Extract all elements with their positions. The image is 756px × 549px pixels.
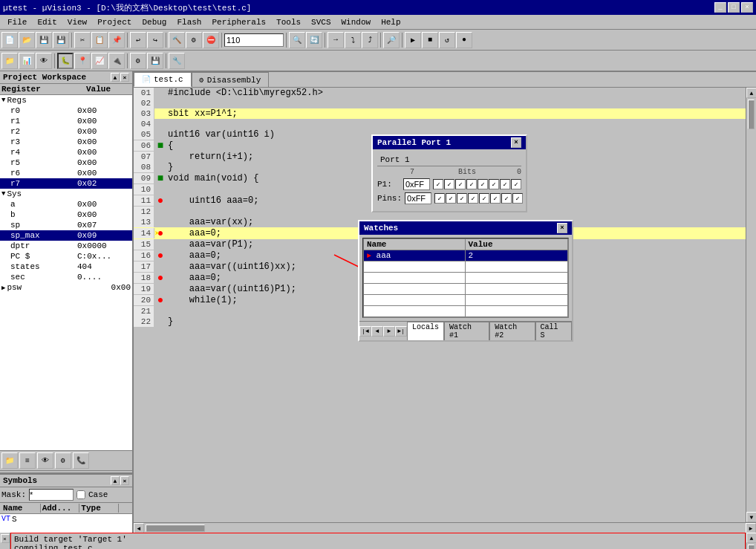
menu-edit[interactable]: Edit <box>33 17 61 27</box>
step-into-button[interactable]: → <box>328 32 344 48</box>
stop-build-button[interactable]: ⛔ <box>203 32 219 48</box>
vscroll-down[interactable]: ▼ <box>746 512 756 522</box>
disasm-button[interactable]: ⚙ <box>130 53 146 69</box>
call-tab-button[interactable]: 📞 <box>73 452 89 469</box>
case-checkbox[interactable] <box>76 490 85 499</box>
debug-mode-button[interactable]: 🐛 <box>57 53 74 69</box>
reg-r3[interactable]: r3 0x00 <box>0 137 132 147</box>
pp-pin-bit-0[interactable]: ✓ <box>512 193 523 204</box>
menu-file[interactable]: File <box>3 17 31 27</box>
reg-r2[interactable]: r2 0x00 <box>0 126 132 137</box>
sym-vt[interactable]: VT S <box>0 514 132 524</box>
step-over-button[interactable]: ⤵ <box>345 32 361 48</box>
reg-r5[interactable]: r5 0x00 <box>0 157 132 168</box>
code-hscroll[interactable]: ◄ ► <box>134 522 756 533</box>
paste-button[interactable]: 📌 <box>108 32 125 48</box>
pp-p1-bit-6[interactable]: ✓ <box>444 179 454 189</box>
register-window-button[interactable]: 📊 <box>19 53 35 69</box>
hscroll-thumb[interactable] <box>146 524 205 532</box>
menu-view[interactable]: View <box>63 17 91 27</box>
hscroll-right[interactable]: ► <box>746 523 756 533</box>
reg-dptr[interactable]: dptr 0x0000 <box>0 241 132 251</box>
output-close-button[interactable]: × <box>1 534 10 543</box>
watches-close-button[interactable]: × <box>557 223 567 233</box>
vscroll-thumb[interactable] <box>748 100 755 129</box>
panel-up-button[interactable]: ▲ <box>111 73 120 82</box>
symbols-up-button[interactable]: ▲ <box>111 476 120 485</box>
code-vscroll[interactable]: ▲ ▼ <box>746 88 756 522</box>
run-button[interactable]: ▶ <box>405 32 421 48</box>
close-button[interactable]: × <box>741 2 753 13</box>
output-vscroll-track[interactable] <box>746 543 756 549</box>
menu-tools[interactable]: Tools <box>272 17 305 27</box>
pp-close-button[interactable]: × <box>511 137 521 148</box>
menu-help[interactable]: Help <box>377 17 405 27</box>
symbols-close-button[interactable]: × <box>120 476 129 485</box>
pp-dialog-title[interactable]: Parallel Port 1 × <box>373 136 526 149</box>
pp-pins-input[interactable] <box>405 192 431 204</box>
step-out-button[interactable]: ⤴ <box>362 32 378 48</box>
reg-states[interactable]: states 404 <box>0 261 132 272</box>
open-button[interactable]: 📂 <box>19 32 35 48</box>
reg-r1[interactable]: r1 0x00 <box>0 116 132 126</box>
rebuild-button[interactable]: ⚙ <box>186 32 202 48</box>
watch-tab-1[interactable]: Watch #1 <box>444 322 489 340</box>
tab-test-c[interactable]: 📄 test.c <box>134 72 192 87</box>
pp-p1-bit-4[interactable]: ✓ <box>466 179 477 189</box>
stop-button[interactable]: ■ <box>422 32 438 48</box>
watches-dialog-title[interactable]: Watches × <box>359 221 572 235</box>
output-content[interactable]: Build target 'Target 1' compiling test.c… <box>10 533 746 549</box>
port1-button[interactable]: 🔌 <box>108 53 125 69</box>
pp-pin-bit-2[interactable]: ✓ <box>490 193 501 204</box>
undo-button[interactable]: ↩ <box>130 32 146 48</box>
pp-p1-input[interactable] <box>403 178 430 190</box>
zoom-button[interactable]: 🔎 <box>383 32 400 48</box>
watch-nav-prev[interactable]: ◄ <box>371 326 383 337</box>
build-button[interactable]: 🔨 <box>169 32 185 48</box>
regs-group[interactable]: ▼ Regs <box>0 95 132 105</box>
breakpoint-button[interactable]: ● <box>456 32 472 48</box>
reg-sp-max[interactable]: sp_max 0x09 <box>0 230 132 241</box>
reg-a[interactable]: a 0x00 <box>0 199 132 209</box>
vscroll-track[interactable] <box>746 98 756 512</box>
pp-p1-bit-0[interactable]: ✓ <box>511 179 521 189</box>
watch-tab-2[interactable]: Watch #2 <box>489 322 535 340</box>
copy-button[interactable]: 📋 <box>91 32 108 48</box>
project-tab-button[interactable]: 📁 <box>1 452 18 469</box>
watch-tab-call[interactable]: Call S <box>535 322 572 340</box>
menu-flash[interactable]: Flash <box>172 17 206 27</box>
pp-pin-bit-3[interactable]: ✓ <box>479 193 489 204</box>
reg-r0[interactable]: r0 0x00 <box>0 105 132 116</box>
pp-pin-bit-4[interactable]: ✓ <box>468 193 478 204</box>
watch2-tab-button[interactable]: ⚙ <box>55 452 71 469</box>
menu-project[interactable]: Project <box>93 17 136 27</box>
reg-r7[interactable]: r7 0x02 <box>0 178 132 189</box>
watch1-tab-button[interactable]: 👁 <box>37 452 53 469</box>
reset-button[interactable]: ↺ <box>439 32 455 48</box>
output-vscroll[interactable]: ▲ ▼ <box>746 533 756 549</box>
minimize-button[interactable]: _ <box>714 2 726 13</box>
psw-group[interactable]: ▶ psw 0x00 <box>0 282 132 293</box>
pp-p1-bit-3[interactable]: ✓ <box>478 179 488 189</box>
reg-b[interactable]: b 0x00 <box>0 209 132 220</box>
menu-peripherals[interactable]: Peripherals <box>207 17 270 27</box>
save-all-button[interactable]: 💾 <box>53 32 69 48</box>
pp-pin-bit-6[interactable]: ✓ <box>446 193 456 204</box>
replace-button[interactable]: 🔄 <box>306 32 322 48</box>
sys-group[interactable]: ▼ Sys <box>0 189 132 199</box>
reg-pc[interactable]: PC $ C:0x... <box>0 251 132 261</box>
pp-pin-bit-1[interactable]: ✓ <box>501 193 512 204</box>
tool-button[interactable]: 🔧 <box>169 53 185 69</box>
cut-button[interactable]: ✂ <box>74 32 91 48</box>
project-window-button[interactable]: 📁 <box>1 53 18 69</box>
pp-pin-bit-7[interactable]: ✓ <box>434 193 445 204</box>
watches-row-aaa[interactable]: ► aaa 2 <box>364 250 568 261</box>
mask-input[interactable] <box>29 489 74 501</box>
tab-disassembly[interactable]: ⚙ Disassembly <box>192 72 270 87</box>
hscroll-left[interactable]: ◄ <box>134 523 144 533</box>
reg-r4[interactable]: r4 0x00 <box>0 147 132 157</box>
save-button[interactable]: 💾 <box>36 32 52 48</box>
panel-close-button[interactable]: × <box>120 73 129 82</box>
pp-p1-bit-7[interactable]: ✓ <box>433 179 443 189</box>
pp-p1-bit-1[interactable]: ✓ <box>500 179 510 189</box>
